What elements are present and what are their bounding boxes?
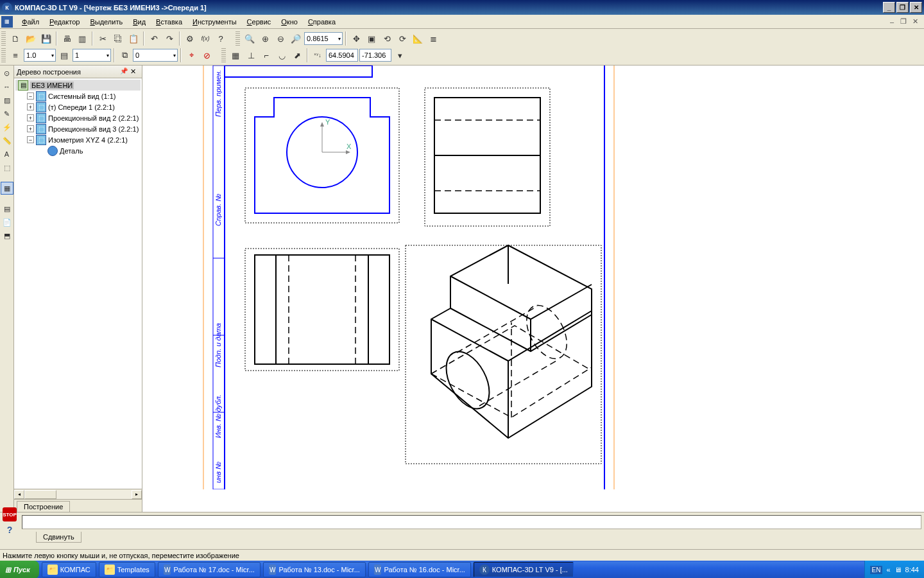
expand-icon[interactable]: + [27, 114, 34, 121]
xy-button[interactable]: ˣʸ↓ [311, 48, 325, 62]
views-tool[interactable]: ▦ [1, 182, 13, 195]
grip-icon[interactable] [1, 48, 6, 62]
snap-off-button[interactable]: ⊘ [200, 48, 214, 62]
undo-button[interactable]: ↶ [147, 31, 161, 46]
copy-button[interactable]: ⿻ [111, 31, 125, 46]
tree-root[interactable]: ▤ БЕЗ ИМЕНИ [15, 80, 141, 91]
menu-view[interactable]: Вид [128, 17, 151, 27]
dim-tool[interactable]: ↔ [1, 80, 13, 93]
tray-icon[interactable]: 🖥 [894, 566, 902, 574]
taskbar-item-active[interactable]: ККОМПАС-3D LT V9 - [... [474, 562, 574, 577]
taskbar-item[interactable]: 📁Templates [99, 562, 155, 577]
properties-button[interactable]: ⚙ [183, 31, 197, 46]
measure-tool[interactable]: 📏 [1, 134, 13, 147]
taskbar-item[interactable]: 📁КОМПАС [42, 562, 96, 577]
save-button[interactable]: 💾 [39, 31, 53, 46]
menu-help[interactable]: Справка [303, 17, 341, 27]
geom-tool[interactable]: ⊙ [1, 67, 13, 80]
expand-icon[interactable]: + [27, 125, 34, 132]
tree-scrollbar[interactable]: ◂ ▸ [14, 489, 142, 499]
grid-button[interactable]: ▦ [228, 48, 243, 62]
scroll-left-icon[interactable]: ◂ [14, 490, 24, 499]
command-tab[interactable]: Сдвинуть [36, 532, 81, 543]
menu-service[interactable]: Сервис [242, 17, 277, 27]
tree-item[interactable]: + ⬚ Проекционный вид 3 (2.2:1) [15, 123, 141, 134]
tree-view[interactable]: ▤ БЕЗ ИМЕНИ − ⬚ Системный вид (1:1) + ⬚ … [14, 78, 142, 489]
spec-tool[interactable]: ▤ [1, 202, 13, 215]
expand-icon[interactable]: + [27, 103, 34, 110]
round-button[interactable]: ◡ [275, 48, 289, 62]
collapse-icon[interactable]: − [27, 136, 34, 143]
zoom-fit-button[interactable]: ▣ [364, 31, 379, 46]
style-button[interactable]: ≡ [8, 48, 22, 62]
preview-button[interactable]: ▥ [75, 31, 89, 46]
zoom-window-button[interactable]: 🔍 [243, 31, 257, 46]
menu-select[interactable]: Выделить [85, 17, 128, 27]
tree-item[interactable]: − ⬚ Изометрия XYZ 4 (2.2:1) [15, 134, 141, 145]
expand-icon[interactable]: − [27, 92, 34, 100]
linetype-button[interactable]: ⧉ [117, 48, 132, 62]
tray-chevron-icon[interactable]: « [886, 566, 890, 574]
tree-item[interactable]: + ⬚ Проекционный вид 2 (2.2:1) [15, 112, 141, 123]
redraw-button[interactable]: ⟳ [395, 31, 409, 46]
ortho-button[interactable]: ⊥ [244, 48, 258, 62]
coord-y-field[interactable]: -71.306 [359, 49, 391, 62]
minimize-button[interactable]: _ [883, 2, 895, 13]
tree-close-icon[interactable]: ✕ [130, 67, 139, 76]
paste-button[interactable]: 📋 [126, 31, 141, 46]
assoc-tool[interactable]: ⬚ [1, 161, 13, 174]
pan-button[interactable]: ✥ [349, 31, 363, 46]
close-button[interactable]: ✕ [910, 2, 922, 13]
grip-icon[interactable] [221, 48, 226, 62]
scroll-right-icon[interactable]: ▸ [132, 490, 142, 499]
tree-item[interactable]: − ⬚ Системный вид (1:1) [15, 91, 141, 101]
symbol-tool[interactable]: ▨ [1, 94, 13, 107]
taskbar-item[interactable]: WРабота № 16.doc - Micr... [368, 562, 471, 577]
variables-button[interactable]: f(x) [198, 31, 212, 46]
lang-indicator[interactable]: EN [870, 566, 883, 574]
zoom-prev-button[interactable]: ⟲ [380, 31, 394, 46]
measure-button[interactable]: 📐 [411, 31, 425, 46]
tree-tab[interactable]: Построение [17, 501, 70, 512]
menu-edit[interactable]: Редактор [44, 17, 85, 27]
zoom-out-button[interactable]: ⊖ [273, 31, 287, 46]
mdi-close[interactable]: ✕ [910, 17, 920, 26]
clock[interactable]: 8:44 [905, 566, 919, 574]
taskbar-item[interactable]: WРабота № 13.doc - Micr... [263, 562, 366, 577]
mdi-restore[interactable]: ❐ [898, 17, 909, 26]
snap-on-button[interactable]: ⌖ [184, 48, 198, 62]
local-button[interactable]: ⌐ [259, 48, 273, 62]
cut-button[interactable]: ✂ [96, 31, 110, 46]
new-button[interactable]: 🗋 [8, 31, 22, 46]
zoom-combo[interactable]: 0.8615 [304, 32, 343, 45]
lineweight-combo[interactable]: 1.0 [24, 49, 56, 62]
mdi-doc-icon[interactable]: ▦ [1, 16, 13, 28]
command-input[interactable] [22, 515, 921, 529]
layer-button[interactable]: ▤ [57, 48, 71, 62]
linetype-combo[interactable]: 0 [133, 49, 178, 62]
open-button[interactable]: 📂 [24, 31, 38, 46]
zoom-in-button[interactable]: ⊕ [258, 31, 272, 46]
coord-drop-button[interactable]: ▾ [393, 48, 407, 62]
layers-button[interactable]: ≣ [426, 31, 440, 46]
zoom-dyn-button[interactable]: 🔎 [289, 31, 303, 46]
stop-button[interactable]: STOP [3, 507, 17, 521]
whatsthis-button[interactable]: ? [214, 31, 228, 46]
coord-x-field[interactable]: 64.5904 [326, 49, 358, 62]
param-tool[interactable]: ⚡ [1, 121, 13, 134]
restore-button[interactable]: ❐ [896, 2, 909, 13]
print-button[interactable]: 🖶 [60, 31, 74, 46]
taskbar-item[interactable]: WРабота № 17.doc - Micr... [158, 562, 261, 577]
mdi-minimize[interactable]: – [887, 17, 897, 26]
pin-icon[interactable]: 📌 [120, 67, 129, 76]
menu-tools[interactable]: Инструменты [187, 17, 242, 27]
system-tray[interactable]: EN « 🖥 8:44 [864, 561, 924, 578]
menu-window[interactable]: Окно [276, 17, 303, 27]
menu-insert[interactable]: Вставка [151, 17, 187, 27]
text-tool[interactable]: A [1, 148, 13, 161]
grip-icon[interactable] [1, 31, 6, 46]
tree-detail[interactable]: Деталь [15, 145, 141, 156]
tree-item[interactable]: + ⬚ (т) Спереди 1 (2.2:1) [15, 101, 141, 112]
grip-icon[interactable] [235, 31, 240, 46]
edit-tool[interactable]: ✎ [1, 107, 13, 120]
